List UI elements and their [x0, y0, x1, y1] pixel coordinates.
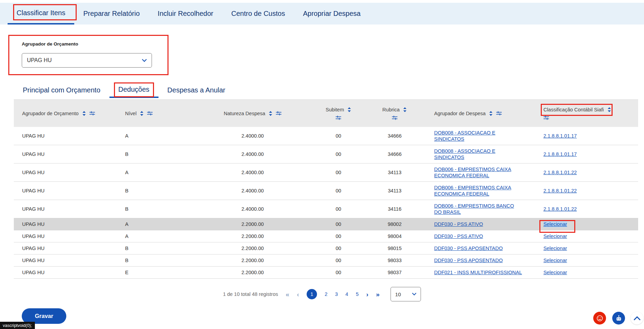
cell-agrupador-orcamento: UPAG HU	[14, 127, 117, 145]
tab-principal-com-orcamento[interactable]: Principal com Orçamento	[14, 82, 109, 98]
tab-apropriar-despesa[interactable]: Apropriar Despesa	[294, 3, 369, 24]
cell-text: 00	[336, 133, 341, 139]
cell-agrupador-despesa: DOB008 - ASSOCIACAO E SINDICATOS	[426, 127, 535, 145]
table-row: UPAG HUB2.2000.000098033DDF030 - PSS APO…	[14, 255, 638, 267]
classificacao-contabil-link[interactable]: Selecionar	[544, 245, 567, 251]
page-button-5[interactable]: 5	[356, 291, 358, 297]
cell-agrupador-despesa: DOB008 - ASSOCIACAO E SINDICATOS	[426, 145, 535, 163]
agrupador-orcamento-select[interactable]: UPAG HU	[22, 53, 152, 68]
cell-rubrica: 98037	[363, 267, 426, 278]
sort-icon[interactable]	[403, 107, 407, 112]
page-button-1[interactable]: 1	[307, 289, 317, 299]
tab-preparar-relatorio[interactable]: Preparar Relatório	[74, 3, 148, 24]
cell-text: B	[125, 151, 128, 157]
tab-label: Apropriar Despesa	[303, 10, 361, 18]
prev-page-icon[interactable]: ‹	[297, 291, 299, 298]
page-button-3[interactable]: 3	[335, 291, 338, 297]
tab-label: Despesas a Anular	[167, 86, 225, 94]
classificacao-contabil-link[interactable]: 2.1.8.8.1.01.17	[544, 133, 577, 139]
classificacao-contabil-link[interactable]: 2.1.8.8.1.01.22	[544, 169, 577, 176]
cell-text: A	[125, 133, 128, 139]
cell-text: 98033	[388, 257, 402, 263]
sort-icon[interactable]	[347, 107, 351, 112]
cell-text: 00	[336, 151, 341, 157]
column-header-nivel: Nível	[117, 100, 192, 127]
classificacao-contabil-link[interactable]: Selecionar	[544, 233, 567, 239]
cell-natureza-despesa: 2.4000.00	[192, 163, 314, 181]
cell-agrupador-orcamento: UPAG HU	[14, 218, 117, 230]
cell-natureza-despesa: 2.4000.00	[192, 200, 314, 218]
agrupador-despesa-link[interactable]: DOB006 - EMPRESTIMOS CAIXA ECONOMICA FED…	[434, 185, 522, 197]
smiley-face-icon	[596, 315, 604, 322]
filter-icon[interactable]	[276, 111, 281, 116]
sort-icon[interactable]	[140, 111, 144, 116]
next-page-icon[interactable]: ›	[366, 291, 368, 298]
cell-text: 2.4000.00	[241, 169, 264, 176]
page-button-2[interactable]: 2	[325, 291, 327, 297]
tab-centro-de-custos[interactable]: Centro de Custos	[222, 3, 294, 24]
cell-rubrica: 98004	[363, 230, 426, 242]
cell-text: 34113	[388, 169, 401, 176]
tab-label: Deduções	[118, 86, 150, 93]
classificacao-contabil-link[interactable]: Selecionar	[544, 269, 567, 276]
agrupador-despesa-link[interactable]: DOB008 - ASSOCIACAO E SINDICATOS	[434, 148, 522, 160]
agrupador-despesa-link[interactable]: DDF021 - INSS MULTIPROFISSIONAL	[434, 269, 522, 276]
table-row: UPAG HUA2.2000.000098004DDF030 - PSS ATI…	[14, 230, 638, 242]
column-header-agrupador-despesa: Agrupador de Despesa	[426, 100, 535, 127]
feedback-button[interactable]	[593, 312, 606, 325]
page-size-select[interactable]: 10	[391, 287, 421, 301]
cell-rubrica: 34113	[363, 182, 426, 200]
sort-icon[interactable]	[269, 111, 272, 116]
sort-icon[interactable]	[82, 111, 86, 116]
classificacao-contabil-link[interactable]: Selecionar	[544, 221, 567, 227]
cell-text: 2.2000.00	[241, 269, 264, 276]
tab-despesas-a-anular[interactable]: Despesas a Anular	[158, 82, 234, 98]
filter-icon[interactable]	[544, 116, 549, 120]
agrupador-despesa-link[interactable]: DOB006 - EMPRESTIMOS BANCO DO BRASIL	[434, 203, 522, 215]
cell-agrupador-despesa: DDF030 - PSS APOSENTADO	[426, 255, 535, 266]
classificacao-contabil-link[interactable]: 2.1.8.8.1.01.22	[544, 188, 577, 194]
tab-deducoes[interactable]: Deduções	[109, 82, 158, 98]
cell-subitem: 00	[314, 267, 364, 278]
filter-icon[interactable]	[147, 111, 153, 116]
classificacao-contabil-link[interactable]: Selecionar	[544, 257, 567, 263]
cell-agrupador-orcamento: UPAG HU	[14, 242, 117, 254]
agrupador-despesa-link[interactable]: DDF030 - PSS APOSENTADO	[434, 245, 503, 251]
top-tab-bar: Classificar Itens Preparar Relatório Inc…	[0, 3, 644, 24]
agrupador-despesa-link[interactable]: DDF030 - PSS ATIVO	[434, 221, 483, 227]
cell-natureza-despesa: 2.2000.00	[192, 218, 314, 230]
cell-text: 00	[336, 221, 341, 227]
filter-icon[interactable]	[392, 116, 397, 120]
cell-text: A	[125, 233, 128, 239]
cell-natureza-despesa: 2.2000.00	[192, 230, 314, 242]
cell-nivel: A	[117, 127, 192, 145]
classificacao-contabil-link[interactable]: 2.1.8.8.1.01.22	[544, 206, 577, 212]
cell-text: 2.4000.00	[241, 206, 264, 212]
filter-icon[interactable]	[89, 111, 95, 116]
cell-text: 34666	[388, 151, 402, 157]
filter-icon[interactable]	[496, 111, 502, 116]
page-button-4[interactable]: 4	[345, 291, 348, 297]
cell-nivel: A	[117, 163, 192, 181]
cell-rubrica: 98015	[363, 242, 426, 254]
first-page-icon[interactable]: «	[286, 291, 289, 298]
column-header-agrupador-orcamento: Agrupador de Orçamento	[14, 100, 117, 127]
cell-text: A	[125, 221, 128, 227]
sort-icon[interactable]	[607, 107, 611, 112]
tab-incluir-recolhedor[interactable]: Incluir Recolhedor	[149, 3, 222, 24]
cell-nivel: B	[117, 242, 192, 254]
sort-icon[interactable]	[489, 111, 493, 116]
column-label: Nível	[125, 111, 136, 116]
table-row: UPAG HUE2.2000.000098037DDF021 - INSS MU…	[14, 267, 638, 279]
filter-icon[interactable]	[336, 116, 341, 120]
agrupador-despesa-link[interactable]: DOB008 - ASSOCIACAO E SINDICATOS	[434, 130, 522, 142]
agrupador-despesa-link[interactable]: DOB006 - EMPRESTIMOS CAIXA ECONOMICA FED…	[434, 166, 522, 179]
status-bar: vascriptvoid(0);	[0, 322, 35, 329]
agrupador-despesa-link[interactable]: DDF030 - PSS APOSENTADO	[434, 257, 503, 263]
agrupador-despesa-link[interactable]: DDF030 - PSS ATIVO	[434, 233, 483, 239]
tab-classificar-itens[interactable]: Classificar Itens	[8, 3, 74, 24]
last-page-icon[interactable]: »	[376, 291, 380, 298]
scroll-to-top-button[interactable]	[631, 312, 643, 325]
classificacao-contabil-link[interactable]: 2.1.8.8.1.01.17	[544, 151, 577, 157]
chatbot-button[interactable]	[612, 312, 625, 325]
